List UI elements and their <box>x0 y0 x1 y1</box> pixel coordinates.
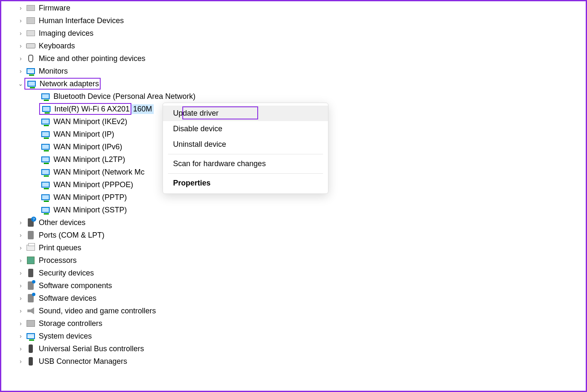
tree-item-label: WAN Miniport (L2TP) <box>53 155 125 164</box>
context-menu: Update driver Disable device Uninstall d… <box>163 103 328 194</box>
highlight-network-adapters: Network adapters <box>24 78 101 90</box>
spacer-icon: · <box>32 181 39 188</box>
firmware-icon <box>25 3 36 13</box>
tree-item-mice[interactable]: › Mice and other pointing devices <box>17 52 587 65</box>
chevron-right-icon[interactable]: › <box>17 55 24 62</box>
tree-item-keyboards[interactable]: › Keyboards <box>17 40 587 52</box>
tree-item-label: Sound, video and game controllers <box>39 307 156 315</box>
tree-item-label: Bluetooth Device (Personal Area Network) <box>53 92 195 101</box>
security-icon <box>25 268 36 278</box>
software-device-icon <box>25 294 36 303</box>
system-icon <box>25 331 36 341</box>
tree-item-wan-sstp[interactable]: · WAN Miniport (SSTP) <box>17 204 587 216</box>
menu-update-driver[interactable]: Update driver <box>163 106 328 121</box>
tree-item-usb-controllers[interactable]: › Universal Serial Bus controllers <box>17 342 587 355</box>
tree-item-system-devices[interactable]: › System devices <box>17 330 587 342</box>
software-component-icon <box>25 281 36 290</box>
spacer-icon: · <box>32 169 39 175</box>
chevron-right-icon[interactable]: › <box>17 42 24 49</box>
spacer-icon: · <box>32 131 39 138</box>
tree-item-label: Print queues <box>39 244 81 252</box>
chevron-down-icon[interactable]: ⌄ <box>17 80 24 87</box>
other-devices-icon <box>25 218 36 227</box>
tree-item-label: WAN Miniport (PPPOE) <box>53 180 133 189</box>
chevron-right-icon[interactable]: › <box>17 257 24 264</box>
tree-item-label: Software components <box>39 281 112 290</box>
network-adapter-icon <box>40 92 51 101</box>
tree-item-label: Monitors <box>39 67 68 76</box>
tree-item-label-suffix: 160M <box>131 104 154 114</box>
menu-disable-device[interactable]: Disable device <box>163 121 328 137</box>
spacer-icon: · <box>32 207 39 213</box>
tree-item-firmware[interactable]: › Firmware <box>17 2 587 14</box>
chevron-right-icon[interactable]: › <box>17 345 24 352</box>
tree-item-label: Human Interface Devices <box>39 16 124 25</box>
tree-item-storage[interactable]: › Storage controllers <box>17 317 587 330</box>
menu-scan-hardware[interactable]: Scan for hardware changes <box>163 156 328 172</box>
usb-icon <box>25 357 36 366</box>
chevron-right-icon[interactable]: › <box>17 30 24 37</box>
chevron-right-icon[interactable]: › <box>17 333 24 339</box>
tree-item-label: Storage controllers <box>39 319 102 328</box>
chevron-right-icon[interactable]: › <box>17 219 24 226</box>
storage-icon <box>25 319 36 328</box>
tree-item-monitors[interactable]: › Monitors <box>17 65 587 77</box>
network-adapter-icon <box>26 79 37 88</box>
tree-item-security[interactable]: › Security devices <box>17 267 587 279</box>
tree-item-print-queues[interactable]: › Print queues <box>17 241 587 254</box>
network-adapter-icon <box>41 104 52 114</box>
tree-item-label: WAN Miniport (IKEv2) <box>53 117 127 126</box>
port-icon <box>25 230 36 240</box>
chevron-right-icon[interactable]: › <box>17 232 24 238</box>
printer-icon <box>25 243 36 252</box>
network-adapter-icon <box>40 193 51 202</box>
chevron-right-icon[interactable]: › <box>17 307 24 314</box>
chevron-right-icon[interactable]: › <box>17 17 24 24</box>
imaging-icon <box>25 29 36 38</box>
tree-item-label: USB Connector Managers <box>39 357 127 366</box>
tree-item-software-components[interactable]: › Software components <box>17 279 587 292</box>
network-adapter-icon <box>40 117 51 126</box>
chevron-right-icon[interactable]: › <box>17 5 24 11</box>
tree-item-label: Imaging devices <box>39 29 93 38</box>
network-adapter-icon <box>40 130 51 139</box>
tree-item-label: Security devices <box>39 269 94 278</box>
spacer-icon: · <box>32 143 39 150</box>
network-adapter-icon <box>40 155 51 164</box>
menu-properties[interactable]: Properties <box>163 175 328 191</box>
tree-item-software-devices[interactable]: › Software devices <box>17 292 587 305</box>
tree-item-label: Processors <box>39 256 77 265</box>
tree-item-hid[interactable]: › Human Interface Devices <box>17 14 587 27</box>
tree-item-network-adapters[interactable]: ⌄ Network adapters <box>17 77 587 90</box>
tree-item-imaging[interactable]: › Imaging devices <box>17 27 587 40</box>
mouse-icon <box>25 54 36 63</box>
tree-item-label: Mice and other pointing devices <box>39 54 145 63</box>
spacer-icon: · <box>32 194 39 201</box>
tree-item-label: Keyboards <box>39 42 75 50</box>
chevron-right-icon[interactable]: › <box>17 320 24 327</box>
tree-item-ports[interactable]: › Ports (COM & LPT) <box>17 229 587 241</box>
tree-item-label: WAN Miniport (SSTP) <box>53 206 127 215</box>
menu-separator <box>168 154 323 154</box>
tree-item-label: WAN Miniport (IPv6) <box>53 143 122 151</box>
chevron-right-icon[interactable]: › <box>17 244 24 251</box>
monitor-icon <box>25 66 36 76</box>
speaker-icon <box>25 306 36 315</box>
chevron-right-icon[interactable]: › <box>17 282 24 289</box>
tree-item-processors[interactable]: › Processors <box>17 254 587 267</box>
tree-item-other-devices[interactable]: › Other devices <box>17 216 587 229</box>
menu-uninstall-device[interactable]: Uninstall device <box>163 137 328 152</box>
tree-item-label: System devices <box>39 332 92 341</box>
tree-item-sound[interactable]: › Sound, video and game controllers <box>17 305 587 317</box>
tree-item-label: WAN Miniport (Network Mc <box>53 168 144 177</box>
tree-item-bluetooth-pan[interactable]: · Bluetooth Device (Personal Area Networ… <box>17 90 587 103</box>
chevron-right-icon[interactable]: › <box>17 270 24 276</box>
tree-item-label: Firmware <box>39 4 70 13</box>
spacer-icon: · <box>32 93 39 100</box>
chevron-right-icon[interactable]: › <box>17 295 24 302</box>
tree-item-usb-connector-managers[interactable]: › USB Connector Managers <box>17 355 587 368</box>
menu-separator <box>168 173 323 174</box>
chevron-right-icon[interactable]: › <box>17 358 24 365</box>
tree-item-label: Other devices <box>39 218 85 227</box>
chevron-right-icon[interactable]: › <box>17 68 24 74</box>
